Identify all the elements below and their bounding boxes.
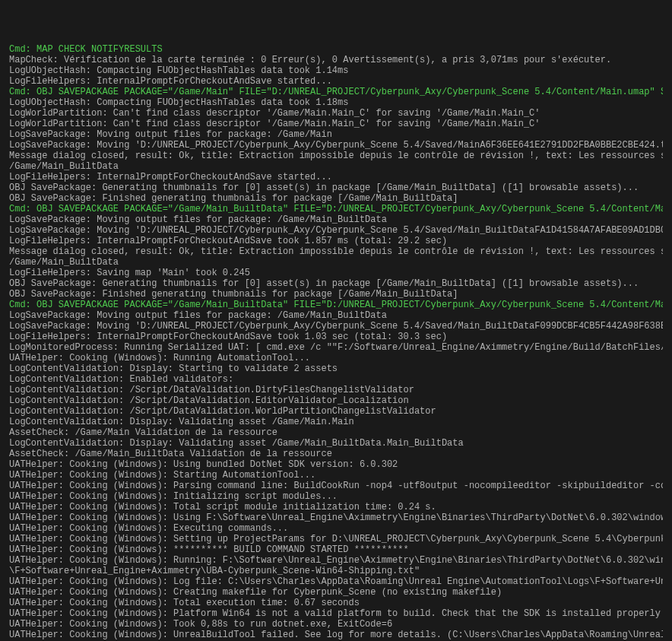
- log-line: UATHelper: Cooking (Windows): Log file: …: [9, 576, 663, 587]
- log-line: LogUObjectHash: Compacting FUObjectHashT…: [9, 65, 663, 76]
- log-output: Cmd: MAP CHECK NOTIFYRESULTSMapCheck: Vé…: [9, 44, 663, 641]
- log-line: Cmd: OBJ SAVEPACKAGE PACKAGE="/Game/Main…: [9, 300, 663, 310]
- log-line: UATHelper: Cooking (Windows): Using bund…: [9, 459, 663, 470]
- log-line: LogContentValidation: Display: Starting …: [9, 363, 663, 374]
- log-line: LogUObjectHash: Compacting FUObjectHashT…: [9, 97, 663, 108]
- log-line: UATHelper: Cooking (Windows): Parsing co…: [9, 481, 663, 491]
- log-line: MapCheck: Vérification de la carte termi…: [9, 55, 663, 65]
- log-line: UATHelper: Cooking (Windows): Creating m…: [9, 587, 663, 598]
- log-line: LogSavePackage: Moving 'D:/UNREAL_PROJEC…: [9, 140, 663, 151]
- log-line: UATHelper: Cooking (Windows): Starting A…: [9, 470, 663, 481]
- log-line: UATHelper: Cooking (Windows): Running: F…: [9, 555, 663, 566]
- log-line: UATHelper: Cooking (Windows): Total exec…: [9, 598, 663, 608]
- log-line: Message dialog closed, result: Ok, title…: [9, 151, 663, 161]
- log-line: LogFileHelpers: InternalPromptForCheckou…: [9, 332, 663, 342]
- log-line: LogSavePackage: Moving output files for …: [9, 129, 663, 140]
- log-line: \F+Software+Unreal_Engine+Aximmetry\UBA-…: [9, 566, 663, 576]
- log-line: LogContentValidation: Display: Validatin…: [9, 417, 663, 427]
- log-line: OBJ SavePackage: Finished generating thu…: [9, 289, 663, 300]
- log-line: /Game/Main_BuiltData: [9, 257, 663, 268]
- log-line: UATHelper: Cooking (Windows): Using F:\S…: [9, 512, 663, 523]
- log-line: UATHelper: Cooking (Windows): Initializi…: [9, 491, 663, 502]
- log-line: LogContentValidation: Display: Validatin…: [9, 438, 663, 449]
- log-line: LogFileHelpers: InternalPromptForCheckou…: [9, 172, 663, 182]
- log-line: LogSavePackage: Moving 'D:/UNREAL_PROJEC…: [9, 225, 663, 236]
- log-line: /Game/Main_BuiltData: [9, 161, 663, 172]
- log-line: UATHelper: Cooking (Windows): Took 0,88s…: [9, 619, 663, 630]
- log-line: LogContentValidation: /Script/DataValida…: [9, 385, 663, 395]
- log-line: UATHelper: Cooking (Windows): Setting up…: [9, 534, 663, 544]
- log-line: OBJ SavePackage: Generating thumbnails f…: [9, 182, 663, 193]
- log-line: LogMonitoredProcess: Running Serialized …: [9, 342, 663, 353]
- log-line: UATHelper: Cooking (Windows): Total scri…: [9, 502, 663, 512]
- log-line: UATHelper: Cooking (Windows): Running Au…: [9, 353, 663, 363]
- log-line: Cmd: OBJ SAVEPACKAGE PACKAGE="/Game/Main…: [9, 87, 663, 97]
- log-line: UATHelper: Cooking (Windows): UnrealBuil…: [9, 630, 663, 640]
- log-line: LogWorldPartition: Can't find class desc…: [9, 108, 663, 119]
- log-line: OBJ SavePackage: Finished generating thu…: [9, 193, 663, 204]
- log-line: LogWorldPartition: Can't find class desc…: [9, 119, 663, 129]
- log-line: LogSavePackage: Moving 'D:/UNREAL_PROJEC…: [9, 321, 663, 332]
- log-line: LogContentValidation: /Script/DataValida…: [9, 406, 663, 417]
- log-line: UATHelper: Cooking (Windows): **********…: [9, 544, 663, 555]
- log-line: LogFileHelpers: Saving map 'Main' took 0…: [9, 268, 663, 278]
- log-line: UATHelper: Cooking (Windows): Executing …: [9, 523, 663, 534]
- log-line: LogSavePackage: Moving output files for …: [9, 214, 663, 225]
- log-line: LogFileHelpers: InternalPromptForCheckou…: [9, 76, 663, 87]
- log-line: AssetCheck: /Game/Main Validation de la …: [9, 427, 663, 438]
- log-line: OBJ SavePackage: Generating thumbnails f…: [9, 278, 663, 289]
- log-line: Message dialog closed, result: Ok, title…: [9, 246, 663, 257]
- log-line: Cmd: OBJ SAVEPACKAGE PACKAGE="/Game/Main…: [9, 204, 663, 214]
- log-line: Cmd: MAP CHECK NOTIFYRESULTS: [9, 44, 663, 55]
- log-line: LogContentValidation: /Script/DataValida…: [9, 395, 663, 406]
- log-line: UATHelper: Cooking (Windows): Platform W…: [9, 608, 663, 619]
- log-line: LogFileHelpers: InternalPromptForCheckou…: [9, 236, 663, 246]
- log-line: AssetCheck: /Game/Main_BuiltData Validat…: [9, 449, 663, 459]
- log-line: LogContentValidation: Enabled validators…: [9, 374, 663, 385]
- log-line: LogSavePackage: Moving output files for …: [9, 310, 663, 321]
